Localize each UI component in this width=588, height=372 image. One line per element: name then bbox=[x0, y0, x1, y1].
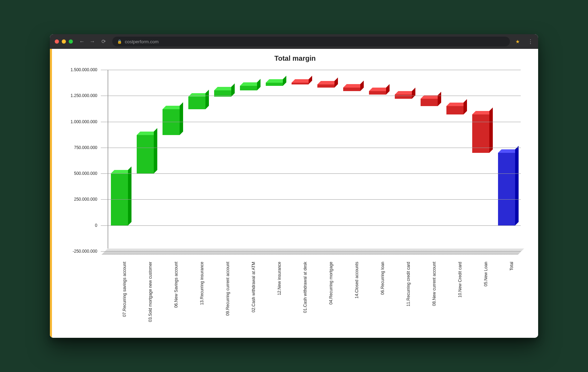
lock-icon: 🔒 bbox=[117, 39, 122, 44]
waterfall-bar bbox=[343, 88, 360, 91]
waterfall-bar bbox=[266, 83, 283, 86]
y-tick-label: 500.000.000 bbox=[66, 171, 97, 176]
gridline bbox=[101, 173, 521, 174]
bar-slot bbox=[211, 70, 237, 251]
waterfall-bar bbox=[472, 114, 489, 153]
x-tick-label: 06.Recurring loan bbox=[380, 262, 385, 295]
waterfall-bar bbox=[395, 95, 412, 99]
waterfall-bar bbox=[188, 97, 205, 109]
chart-container: Total margin -250.000.0000250.000.000500… bbox=[62, 52, 528, 334]
nav-arrows: ← → bbox=[79, 38, 95, 45]
x-axis-labels: 07.Recurring savings account03.Sold mort… bbox=[108, 262, 521, 332]
browser-menu-button[interactable]: ⋮ bbox=[528, 38, 533, 45]
waterfall-bar bbox=[137, 135, 154, 173]
bar-slot bbox=[134, 70, 159, 251]
close-window-button[interactable] bbox=[55, 39, 59, 44]
x-tick-label: 04.Recurring mortgage bbox=[329, 262, 333, 305]
bar-slot bbox=[314, 70, 340, 251]
reload-button[interactable]: ⟳ bbox=[101, 38, 106, 45]
bar-slot bbox=[469, 70, 495, 251]
waterfall-bar bbox=[317, 84, 334, 88]
bar-slot bbox=[108, 70, 134, 251]
x-tick-label: 06.New Savings account bbox=[174, 262, 179, 308]
bar-slot bbox=[288, 70, 314, 251]
waterfall-bar bbox=[421, 99, 438, 106]
x-tick-label: 09.Recurring current account bbox=[225, 262, 230, 316]
x-tick-label: 12.New insurance bbox=[277, 262, 282, 295]
gridline bbox=[101, 148, 521, 148]
maximize-window-button[interactable] bbox=[69, 39, 73, 44]
back-button[interactable]: ← bbox=[79, 38, 85, 45]
x-tick-label: 13.Recurring insurance bbox=[199, 262, 204, 305]
x-tick-label: 10.New Credit card bbox=[458, 262, 462, 298]
gridline bbox=[101, 122, 521, 122]
forward-button[interactable]: → bbox=[90, 38, 95, 45]
x-tick-label: 08.New current account bbox=[432, 262, 437, 306]
page-content: Total margin -250.000.0000250.000.000500… bbox=[50, 49, 538, 338]
bar-slot bbox=[263, 70, 288, 251]
bar-slot bbox=[443, 70, 469, 251]
y-tick-label: 1.000.000.000 bbox=[66, 119, 97, 124]
bar-slot bbox=[392, 70, 417, 251]
y-tick-label: 750.000.000 bbox=[66, 145, 97, 150]
bar-slot bbox=[417, 70, 443, 251]
bar-slot bbox=[495, 70, 521, 251]
chart-bars bbox=[108, 70, 521, 251]
y-tick-label: 0 bbox=[66, 223, 97, 228]
gridline bbox=[101, 199, 521, 200]
window-controls bbox=[55, 39, 73, 44]
gridline bbox=[101, 96, 521, 96]
waterfall-bar bbox=[163, 109, 180, 135]
x-tick-label: 03.Sold mortgage new customer bbox=[148, 262, 153, 322]
x-tick-label: 01.Cash withdrawal at desk bbox=[303, 262, 308, 313]
gridline bbox=[101, 251, 521, 252]
y-tick-label: 250.000.000 bbox=[66, 197, 97, 202]
x-tick-label: 07.Recurring savings account bbox=[122, 262, 127, 317]
chart-title: Total margin bbox=[62, 54, 528, 62]
gridline bbox=[101, 225, 521, 226]
gridline bbox=[101, 70, 521, 70]
x-tick-label: Total bbox=[509, 262, 514, 270]
waterfall-bar bbox=[240, 86, 257, 90]
url-host: costperform.com bbox=[125, 39, 159, 44]
browser-window: ← → ⟳ 🔒 costperform.com ★ ⋮ Total margin… bbox=[50, 34, 538, 338]
bar-slot bbox=[340, 70, 366, 251]
bar-slot bbox=[159, 70, 185, 251]
y-tick-label: 1.500.000.000 bbox=[66, 67, 97, 72]
waterfall-bar bbox=[292, 83, 309, 84]
waterfall-bar bbox=[446, 106, 463, 114]
y-tick-label: 1.250.000.000 bbox=[66, 93, 97, 98]
bar-slot bbox=[185, 70, 211, 251]
bookmark-star-icon[interactable]: ★ bbox=[515, 39, 520, 44]
minimize-window-button[interactable] bbox=[62, 39, 66, 44]
x-tick-label: 05.New Loan bbox=[483, 262, 488, 287]
waterfall-bar bbox=[369, 91, 386, 95]
address-bar[interactable]: 🔒 costperform.com bbox=[112, 37, 510, 46]
x-tick-label: 14.Closed accounts bbox=[354, 262, 359, 298]
x-tick-label: 11.Recurring credit card bbox=[406, 262, 411, 306]
waterfall-bar bbox=[498, 153, 515, 225]
bar-slot bbox=[366, 70, 392, 251]
chart-plot-area: -250.000.0000250.000.000500.000.000750.0… bbox=[101, 70, 521, 251]
bar-slot bbox=[237, 70, 263, 251]
y-tick-label: -250.000.000 bbox=[66, 249, 97, 254]
x-tick-label: 02.Cash withdrawal at ATM bbox=[251, 262, 256, 312]
browser-toolbar: ← → ⟳ 🔒 costperform.com ★ ⋮ bbox=[50, 34, 538, 49]
